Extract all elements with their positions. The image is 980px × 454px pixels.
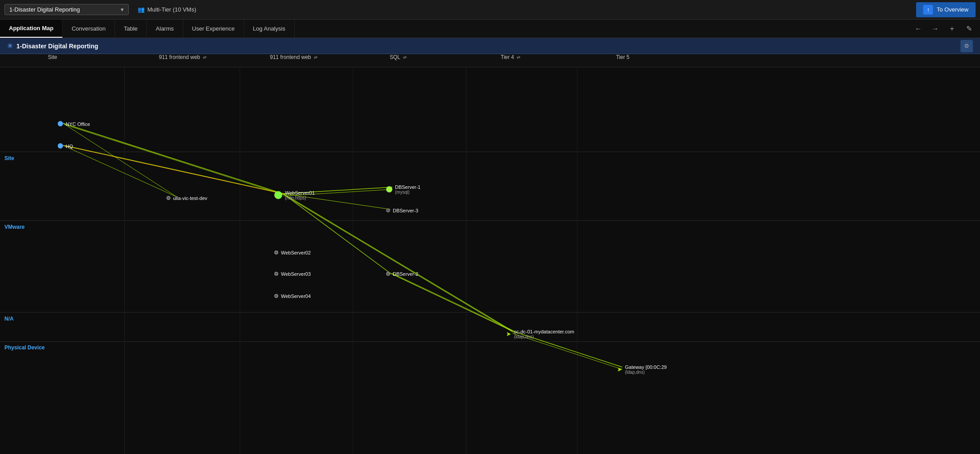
row-label-site[interactable]: Site — [4, 155, 14, 161]
row-label-physical[interactable]: Physical Device — [4, 344, 45, 351]
node-webserver04[interactable]: WebServer04 — [274, 293, 311, 299]
col-divider-2 — [240, 67, 240, 454]
settings-button[interactable]: ⚙ — [960, 40, 973, 52]
node-dbserver1[interactable]: DBServer-1 (mysql) — [386, 184, 420, 195]
application-selector[interactable]: 1-Disaster Digital Reporting ▾ — [4, 4, 129, 15]
svg-line-11 — [285, 196, 515, 333]
col-header-tier4: Tier 4 ⇌ — [497, 54, 524, 60]
svg-line-3 — [63, 145, 283, 194]
node-label-ws01: WebServer01 — [285, 190, 315, 196]
col-header-frontend2: 911 frontend web ⇌ — [266, 54, 321, 60]
node-dot-db2 — [386, 272, 390, 276]
section-header: ✳ 1-Disaster Digital Reporting ⚙ — [0, 38, 980, 54]
node-sc-dc-01[interactable]: ➤ sc-dc-01-mydatacenter.com (ldap,dns) — [506, 328, 574, 339]
node-dot-hq — [58, 143, 63, 149]
node-sublabel-gw: (ldap,dns) — [625, 370, 667, 375]
node-label-db2: DBServer-2 — [393, 271, 418, 277]
col-header-frontend1: 911 frontend web ⇌ — [155, 54, 210, 60]
node-nyc-office[interactable]: NYC Office — [58, 121, 90, 127]
svg-line-4 — [65, 145, 285, 194]
top-bar: 1-Disaster Digital Reporting ▾ 👥 Multi-T… — [0, 0, 980, 20]
col-divider-4 — [466, 67, 466, 454]
sync-icon-3: ⇌ — [403, 55, 407, 60]
edit-button[interactable]: ✎ — [962, 22, 976, 35]
snowflake-icon: ✳ — [7, 42, 13, 50]
connections-svg — [0, 54, 980, 454]
row-divider-physical — [0, 341, 980, 342]
multi-tier-badge: 👥 Multi-Tier (10 VMs) — [138, 6, 196, 13]
add-button[interactable]: + — [945, 22, 959, 35]
node-label-ws04: WebServer04 — [281, 294, 311, 299]
node-dot-db3 — [386, 208, 390, 212]
node-label-db3: DBServer-3 — [393, 208, 418, 213]
tab-log-analysis[interactable]: Log Analysis — [244, 20, 295, 38]
to-overview-label: To Overview — [937, 6, 968, 13]
forward-button[interactable]: → — [929, 22, 942, 35]
tab-table[interactable]: Table — [115, 20, 147, 38]
selector-arrow-icon: ▾ — [121, 6, 124, 13]
section-title: 1-Disaster Digital Reporting — [16, 43, 98, 50]
node-sublabel-sc: (ldap,dns) — [514, 334, 574, 339]
node-dbserver3[interactable]: DBServer-3 — [386, 207, 418, 213]
back-button[interactable]: ← — [912, 22, 925, 35]
node-dot-nyc — [58, 121, 63, 126]
node-dot-db1 — [386, 186, 392, 192]
row-label-na[interactable]: N/A — [4, 316, 14, 322]
multi-tier-label: Multi-Tier (10 VMs) — [147, 6, 196, 13]
node-hq[interactable]: HQ — [58, 143, 73, 149]
map-area: Site 911 frontend web ⇌ 911 frontend web… — [0, 54, 980, 454]
svg-line-10 — [283, 194, 513, 331]
selector-label: 1-Disaster Digital Reporting — [9, 6, 80, 13]
node-ulla-vic[interactable]: ulla-vic-test-dev — [166, 195, 207, 201]
tab-application-map[interactable]: Application Map — [0, 20, 63, 38]
node-webserver01[interactable]: WebServer01 (http,https) — [274, 189, 315, 200]
svg-line-9 — [283, 194, 390, 273]
node-dbserver2[interactable]: DBServer-2 — [386, 270, 418, 277]
sync-icon-4: ⇌ — [517, 55, 520, 60]
row-label-vmware[interactable]: VMware — [4, 224, 24, 230]
tab-alarms[interactable]: Alarms — [147, 20, 183, 38]
node-dot-ws02 — [274, 250, 278, 254]
node-label-db1: DBServer-1 — [395, 184, 420, 190]
node-label-sc: sc-dc-01-mydatacenter.com — [514, 329, 574, 334]
node-label-ws02: WebServer02 — [281, 250, 311, 255]
node-dot-ws01 — [274, 191, 282, 199]
svg-line-2 — [63, 123, 177, 197]
column-headers-bar: Site 911 frontend web ⇌ 911 frontend web… — [0, 54, 980, 67]
svg-line-12 — [390, 273, 513, 331]
node-label-ws03: WebServer03 — [281, 271, 311, 277]
svg-line-0 — [63, 123, 283, 194]
node-label-hq: HQ — [66, 144, 73, 149]
node-gateway[interactable]: ➤ Gateway [00:0C:29 (ldap,dns) — [617, 364, 667, 375]
col-divider-3 — [353, 67, 353, 454]
svg-line-5 — [63, 145, 177, 197]
multi-tier-icon: 👥 — [138, 6, 145, 13]
up-arrow-icon: ↑ — [923, 5, 933, 15]
tab-user-experience[interactable]: User Experience — [183, 20, 244, 38]
sync-icon-1: ⇌ — [203, 55, 206, 60]
row-divider-na — [0, 312, 980, 313]
arrow-icon-sc: ➤ — [506, 330, 511, 337]
svg-line-13 — [392, 273, 514, 331]
arrow-icon-gw: ➤ — [617, 366, 622, 373]
nav-tabs: Application Map Conversation Table Alarm… — [0, 20, 980, 38]
col-header-site: Site — [44, 54, 61, 60]
node-webserver03[interactable]: WebServer03 — [274, 270, 311, 277]
node-label-gw: Gateway [00:0C:29 — [625, 364, 667, 370]
node-sublabel-db1: (mysql) — [395, 190, 420, 195]
nav-actions: ← → + ✎ — [912, 22, 980, 35]
node-dot-ws04 — [274, 294, 278, 298]
node-label-nyc: NYC Office — [66, 121, 90, 127]
sync-icon-2: ⇌ — [314, 55, 317, 60]
row-divider-vmware — [0, 220, 980, 221]
node-sublabel-ws01: (http,https) — [285, 196, 315, 200]
node-dot-ulla — [166, 196, 170, 200]
col-header-tier5: Tier 5 — [612, 54, 633, 60]
tab-conversation[interactable]: Conversation — [63, 20, 115, 38]
node-webserver02[interactable]: WebServer02 — [274, 249, 311, 255]
to-overview-button[interactable]: ↑ To Overview — [916, 2, 976, 17]
node-label-ulla: ulla-vic-test-dev — [173, 196, 207, 201]
col-header-sql: SQL ⇌ — [386, 54, 410, 60]
row-divider-site — [0, 152, 980, 152]
col-divider-1 — [124, 67, 125, 454]
